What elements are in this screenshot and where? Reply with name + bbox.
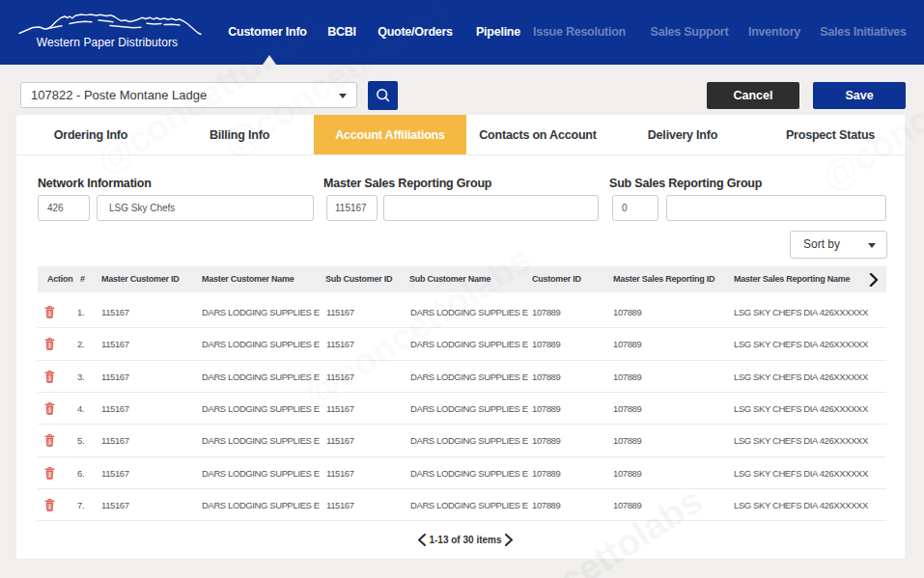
svg-text:Western Paper Distributors: Western Paper Distributors xyxy=(37,36,178,49)
